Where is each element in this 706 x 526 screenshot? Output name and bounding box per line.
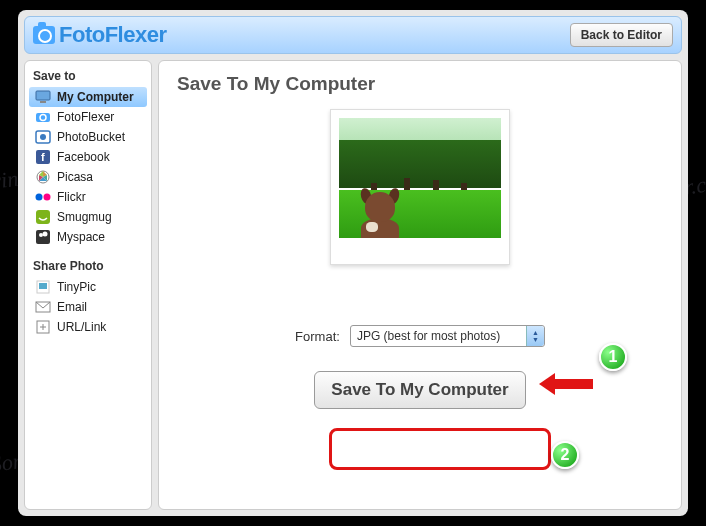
sidebar-item-smugmug[interactable]: Smugmug [29,207,147,227]
sidebar-item-fotoflexer[interactable]: FotoFlexer [29,107,147,127]
monitor-icon [35,90,51,104]
svg-rect-1 [40,101,46,103]
back-to-editor-button[interactable]: Back to Editor [570,23,673,47]
svg-point-9 [36,194,43,201]
annotation-callout-2: 2 [551,441,579,469]
sidebar-item-label: Flickr [57,190,86,204]
share-photo-heading: Share Photo [29,257,147,277]
preview-image [339,118,501,238]
svg-point-13 [39,233,43,237]
sidebar-item-label: Myspace [57,230,105,244]
svg-rect-12 [36,230,50,244]
main-panel: Save To My Computer [158,60,682,510]
picasa-icon [35,170,51,184]
app-header: FotoFlexer Back to Editor [24,16,682,54]
sidebar-item-label: Smugmug [57,210,112,224]
smugmug-icon [35,210,51,224]
sidebar-item-label: Facebook [57,150,110,164]
svg-rect-16 [39,283,47,289]
sidebar-item-label: Email [57,300,87,314]
annotation-highlight-save [329,428,551,470]
sidebar-item-label: TinyPic [57,280,96,294]
sidebar-item-label: Picasa [57,170,93,184]
svg-rect-11 [36,210,50,224]
camera-icon [33,26,55,44]
sidebar-item-label: My Computer [57,90,134,104]
sidebar-item-myspace[interactable]: Myspace [29,227,147,247]
page-title: Save To My Computer [177,73,663,95]
photobucket-icon [35,130,51,144]
sidebar-item-facebook[interactable]: f Facebook [29,147,147,167]
save-to-computer-button[interactable]: Save To My Computer [314,371,525,409]
app-window: FotoFlexer Back to Editor Save to My Com… [18,10,688,516]
email-icon [35,300,51,314]
sidebar-item-tinypic[interactable]: TinyPic [29,277,147,297]
format-select[interactable]: JPG (best for most photos) ▲▼ [350,325,545,347]
preview-frame [330,109,510,265]
svg-point-14 [43,232,48,237]
brand-name: FotoFlexer [59,22,166,48]
sidebar-item-photobucket[interactable]: PhotoBucket [29,127,147,147]
sidebar: Save to My Computer FotoFlexer PhotoBuck… [24,60,152,510]
myspace-icon [35,230,51,244]
sidebar-item-label: PhotoBucket [57,130,125,144]
link-icon [35,320,51,334]
svg-rect-0 [36,91,50,100]
sidebar-item-picasa[interactable]: Picasa [29,167,147,187]
save-to-heading: Save to [29,67,147,87]
tinypic-icon [35,280,51,294]
brand-logo: FotoFlexer [33,22,166,48]
svg-text:f: f [41,151,45,163]
format-label: Format: [295,329,340,344]
sidebar-item-flickr[interactable]: Flickr [29,187,147,207]
svg-point-10 [44,194,51,201]
sidebar-item-label: URL/Link [57,320,106,334]
sidebar-item-label: FotoFlexer [57,110,114,124]
sidebar-item-url-link[interactable]: URL/Link [29,317,147,337]
sidebar-item-my-computer[interactable]: My Computer [29,87,147,107]
facebook-icon: f [35,150,51,164]
sidebar-item-email[interactable]: Email [29,297,147,317]
flickr-icon [35,190,51,204]
camera-icon [35,110,51,124]
annotation-arrow [553,379,593,389]
annotation-callout-1: 1 [599,343,627,371]
format-row: Format: JPG (best for most photos) ▲▼ [177,325,663,347]
format-selected-value: JPG (best for most photos) [357,329,500,343]
content-area: Save to My Computer FotoFlexer PhotoBuck… [24,60,682,510]
svg-point-5 [40,134,46,140]
chevron-updown-icon: ▲▼ [526,326,544,346]
